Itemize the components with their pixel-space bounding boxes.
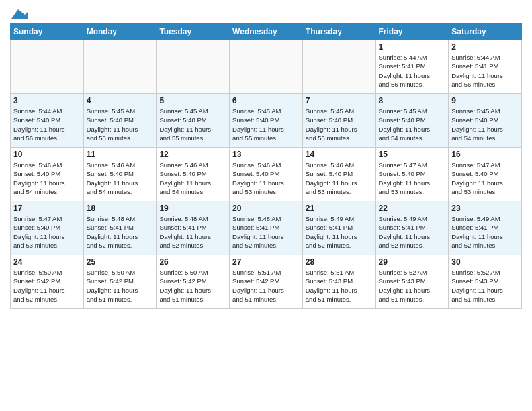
cell-info: Sunrise: 5:49 AM Sunset: 5:41 PM Dayligh… xyxy=(451,214,519,250)
calendar-cell: 2Sunrise: 5:44 AM Sunset: 5:41 PM Daylig… xyxy=(449,40,522,94)
cell-info: Sunrise: 5:46 AM Sunset: 5:40 PM Dayligh… xyxy=(306,161,373,196)
calendar-cell: 10Sunrise: 5:46 AM Sunset: 5:40 PM Dayli… xyxy=(11,148,84,201)
day-number: 11 xyxy=(87,150,154,159)
day-number: 12 xyxy=(159,150,226,159)
logo xyxy=(10,9,28,19)
day-number: 29 xyxy=(379,257,446,267)
calendar-cell xyxy=(83,40,157,94)
calendar-cell: 30Sunrise: 5:52 AM Sunset: 5:43 PM Dayli… xyxy=(449,255,522,309)
weekday-header-friday: Friday xyxy=(375,24,449,40)
cell-info: Sunrise: 5:45 AM Sunset: 5:40 PM Dayligh… xyxy=(306,107,373,142)
cell-info: Sunrise: 5:47 AM Sunset: 5:40 PM Dayligh… xyxy=(451,161,519,196)
day-number: 17 xyxy=(13,203,81,213)
day-number: 18 xyxy=(87,203,154,213)
cell-info: Sunrise: 5:52 AM Sunset: 5:43 PM Dayligh… xyxy=(451,268,519,304)
calendar-cell xyxy=(157,40,230,94)
calendar-cell: 14Sunrise: 5:46 AM Sunset: 5:40 PM Dayli… xyxy=(302,148,375,201)
calendar-cell: 17Sunrise: 5:47 AM Sunset: 5:40 PM Dayli… xyxy=(11,201,84,255)
weekday-header-monday: Monday xyxy=(83,24,157,40)
calendar-cell xyxy=(302,40,375,94)
cell-info: Sunrise: 5:44 AM Sunset: 5:41 PM Dayligh… xyxy=(451,53,519,89)
cell-info: Sunrise: 5:51 AM Sunset: 5:42 PM Dayligh… xyxy=(232,268,300,304)
calendar-cell: 15Sunrise: 5:47 AM Sunset: 5:40 PM Dayli… xyxy=(375,148,449,201)
calendar-cell: 23Sunrise: 5:49 AM Sunset: 5:41 PM Dayli… xyxy=(449,201,522,255)
cell-info: Sunrise: 5:44 AM Sunset: 5:40 PM Dayligh… xyxy=(13,107,81,142)
day-number: 2 xyxy=(451,42,519,52)
cell-info: Sunrise: 5:46 AM Sunset: 5:40 PM Dayligh… xyxy=(232,161,300,196)
cell-info: Sunrise: 5:45 AM Sunset: 5:40 PM Dayligh… xyxy=(87,107,154,142)
weekday-header-sunday: Sunday xyxy=(11,24,84,40)
day-number: 3 xyxy=(13,96,81,105)
calendar-cell: 4Sunrise: 5:45 AM Sunset: 5:40 PM Daylig… xyxy=(83,94,157,148)
day-number: 24 xyxy=(13,257,81,267)
calendar-cell xyxy=(11,40,84,94)
day-number: 15 xyxy=(379,150,446,159)
calendar-cell: 5Sunrise: 5:45 AM Sunset: 5:40 PM Daylig… xyxy=(157,94,230,148)
calendar-cell: 12Sunrise: 5:46 AM Sunset: 5:40 PM Dayli… xyxy=(157,148,230,201)
day-number: 22 xyxy=(379,203,446,213)
day-number: 21 xyxy=(306,203,373,213)
day-number: 30 xyxy=(451,257,519,267)
cell-info: Sunrise: 5:49 AM Sunset: 5:41 PM Dayligh… xyxy=(379,214,446,250)
day-number: 16 xyxy=(451,150,519,159)
calendar-cell: 7Sunrise: 5:45 AM Sunset: 5:40 PM Daylig… xyxy=(302,94,375,148)
day-number: 10 xyxy=(13,150,81,159)
calendar-cell: 11Sunrise: 5:46 AM Sunset: 5:40 PM Dayli… xyxy=(83,148,157,201)
calendar-cell: 25Sunrise: 5:50 AM Sunset: 5:42 PM Dayli… xyxy=(83,255,157,309)
day-number: 4 xyxy=(87,96,154,105)
weekday-header-wednesday: Wednesday xyxy=(230,24,303,40)
calendar-cell: 20Sunrise: 5:48 AM Sunset: 5:41 PM Dayli… xyxy=(230,201,303,255)
calendar-cell: 29Sunrise: 5:52 AM Sunset: 5:43 PM Dayli… xyxy=(375,255,449,309)
cell-info: Sunrise: 5:46 AM Sunset: 5:40 PM Dayligh… xyxy=(87,161,154,196)
cell-info: Sunrise: 5:48 AM Sunset: 5:41 PM Dayligh… xyxy=(159,214,226,250)
cell-info: Sunrise: 5:48 AM Sunset: 5:41 PM Dayligh… xyxy=(87,214,154,250)
calendar-cell: 1Sunrise: 5:44 AM Sunset: 5:41 PM Daylig… xyxy=(375,40,449,94)
cell-info: Sunrise: 5:50 AM Sunset: 5:42 PM Dayligh… xyxy=(159,268,226,304)
cell-info: Sunrise: 5:47 AM Sunset: 5:40 PM Dayligh… xyxy=(379,161,446,196)
day-number: 7 xyxy=(306,96,373,105)
day-number: 20 xyxy=(232,203,300,213)
cell-info: Sunrise: 5:52 AM Sunset: 5:43 PM Dayligh… xyxy=(379,268,446,304)
day-number: 27 xyxy=(232,257,300,267)
logo-icon xyxy=(11,9,28,19)
day-number: 8 xyxy=(379,96,446,105)
cell-info: Sunrise: 5:46 AM Sunset: 5:40 PM Dayligh… xyxy=(13,161,81,196)
calendar-cell: 28Sunrise: 5:51 AM Sunset: 5:43 PM Dayli… xyxy=(302,255,375,309)
weekday-header-saturday: Saturday xyxy=(449,24,522,40)
cell-info: Sunrise: 5:51 AM Sunset: 5:43 PM Dayligh… xyxy=(306,268,373,304)
day-number: 1 xyxy=(379,42,446,52)
calendar-cell: 16Sunrise: 5:47 AM Sunset: 5:40 PM Dayli… xyxy=(449,148,522,201)
calendar-table: SundayMondayTuesdayWednesdayThursdayFrid… xyxy=(10,23,522,309)
cell-info: Sunrise: 5:45 AM Sunset: 5:40 PM Dayligh… xyxy=(379,107,446,142)
weekday-header-tuesday: Tuesday xyxy=(157,24,230,40)
calendar-cell xyxy=(230,40,303,94)
day-number: 23 xyxy=(451,203,519,213)
day-number: 19 xyxy=(159,203,226,213)
cell-info: Sunrise: 5:46 AM Sunset: 5:40 PM Dayligh… xyxy=(159,161,226,196)
calendar-cell: 8Sunrise: 5:45 AM Sunset: 5:40 PM Daylig… xyxy=(375,94,449,148)
calendar-cell: 22Sunrise: 5:49 AM Sunset: 5:41 PM Dayli… xyxy=(375,201,449,255)
calendar-cell: 3Sunrise: 5:44 AM Sunset: 5:40 PM Daylig… xyxy=(11,94,84,148)
calendar-cell: 13Sunrise: 5:46 AM Sunset: 5:40 PM Dayli… xyxy=(230,148,303,201)
cell-info: Sunrise: 5:44 AM Sunset: 5:41 PM Dayligh… xyxy=(379,53,446,89)
day-number: 13 xyxy=(232,150,300,159)
day-number: 26 xyxy=(159,257,226,267)
cell-info: Sunrise: 5:50 AM Sunset: 5:42 PM Dayligh… xyxy=(87,268,154,304)
svg-marker-0 xyxy=(11,9,28,19)
calendar-cell: 27Sunrise: 5:51 AM Sunset: 5:42 PM Dayli… xyxy=(230,255,303,309)
day-number: 6 xyxy=(232,96,300,105)
cell-info: Sunrise: 5:45 AM Sunset: 5:40 PM Dayligh… xyxy=(451,107,519,142)
day-number: 28 xyxy=(306,257,373,267)
cell-info: Sunrise: 5:45 AM Sunset: 5:40 PM Dayligh… xyxy=(232,107,300,142)
cell-info: Sunrise: 5:49 AM Sunset: 5:41 PM Dayligh… xyxy=(306,214,373,250)
calendar-cell: 19Sunrise: 5:48 AM Sunset: 5:41 PM Dayli… xyxy=(157,201,230,255)
cell-info: Sunrise: 5:50 AM Sunset: 5:42 PM Dayligh… xyxy=(13,268,81,304)
page-header xyxy=(10,7,522,19)
cell-info: Sunrise: 5:48 AM Sunset: 5:41 PM Dayligh… xyxy=(232,214,300,250)
cell-info: Sunrise: 5:45 AM Sunset: 5:40 PM Dayligh… xyxy=(159,107,226,142)
calendar-cell: 18Sunrise: 5:48 AM Sunset: 5:41 PM Dayli… xyxy=(83,201,157,255)
day-number: 14 xyxy=(306,150,373,159)
calendar-cell: 26Sunrise: 5:50 AM Sunset: 5:42 PM Dayli… xyxy=(157,255,230,309)
calendar-cell: 9Sunrise: 5:45 AM Sunset: 5:40 PM Daylig… xyxy=(449,94,522,148)
weekday-header-thursday: Thursday xyxy=(302,24,375,40)
